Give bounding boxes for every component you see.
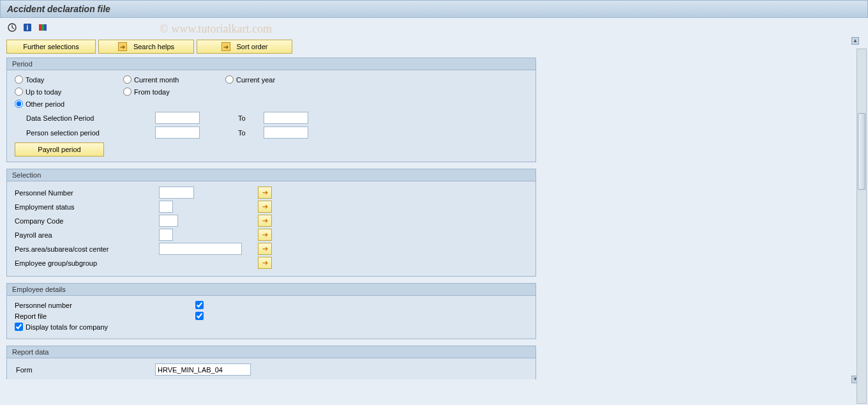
button-label: Payroll period — [38, 146, 80, 153]
radio-label: Current year — [236, 76, 275, 84]
radio-from-today[interactable]: From today — [123, 88, 225, 96]
group-legend: Selection — [7, 169, 535, 181]
app-toolbar: i — [0, 18, 868, 37]
employee-details-group: Employee details Personnel number Report… — [6, 283, 536, 339]
arrow-right-icon: ➔ — [221, 42, 230, 51]
radio-input[interactable] — [15, 75, 23, 84]
radio-up-to-today[interactable]: Up to today — [15, 88, 123, 96]
person-selection-from-input[interactable] — [155, 126, 200, 139]
pers-area-label: Pers.area/subarea/cost center — [15, 245, 159, 253]
data-selection-period-label: Data Selection Period — [15, 114, 155, 122]
scrollbar-thumb[interactable] — [858, 113, 865, 190]
radio-input[interactable] — [15, 88, 23, 96]
multi-select-button[interactable]: ➔ — [258, 215, 272, 227]
form-label: Form — [15, 366, 155, 374]
payroll-area-input[interactable] — [159, 229, 173, 241]
button-label: Search helps — [133, 43, 174, 50]
radio-input[interactable] — [123, 88, 131, 96]
personnel-number-checkbox[interactable] — [195, 301, 204, 309]
to-label: To — [200, 129, 264, 137]
company-code-label: Company Code — [15, 217, 159, 225]
group-legend: Employee details — [7, 284, 535, 296]
report-file-checkbox[interactable] — [195, 312, 204, 320]
radio-input[interactable] — [15, 100, 23, 108]
radio-current-year[interactable]: Current year — [225, 75, 327, 84]
payroll-period-button[interactable]: Payroll period — [15, 142, 104, 157]
selection-group: Selection Personnel Number ➔ Employment … — [6, 169, 536, 277]
report-file-check-label: Report file — [15, 312, 159, 320]
multi-select-button[interactable]: ➔ — [258, 187, 272, 199]
employment-status-label: Employment status — [15, 203, 159, 211]
personnel-number-check-label: Personnel number — [15, 302, 159, 309]
further-selections-button[interactable]: Further selections — [6, 40, 96, 54]
group-legend: Period — [7, 58, 535, 70]
person-selection-period-label: Person selection period — [15, 129, 155, 137]
selection-buttons-row: Further selections ➔ Search helps ➔ Sort… — [6, 40, 862, 54]
data-selection-to-input[interactable] — [264, 112, 308, 124]
multi-select-button[interactable]: ➔ — [258, 201, 272, 213]
data-selection-from-input[interactable] — [155, 112, 200, 124]
radio-label: Other period — [26, 100, 64, 108]
display-totals-checkbox[interactable] — [15, 323, 23, 331]
employee-group-label: Employee group/subgroup — [15, 259, 159, 267]
execute-icon[interactable] — [6, 22, 18, 33]
display-totals-label: Display totals for company — [26, 323, 108, 331]
personnel-number-input[interactable] — [159, 187, 194, 199]
search-helps-button[interactable]: ➔ Search helps — [98, 40, 194, 54]
radio-label: Up to today — [26, 88, 61, 96]
button-label: Sort order — [237, 43, 268, 50]
form-input[interactable] — [155, 363, 251, 376]
sort-order-button[interactable]: ➔ Sort order — [197, 40, 292, 54]
company-code-input[interactable] — [159, 215, 178, 227]
main-content: ▲ Further selections ➔ Search helps ➔ So… — [0, 37, 868, 382]
scroll-up-icon[interactable]: ▲ — [851, 37, 859, 45]
title-bar: Accident declaration file — [0, 0, 868, 18]
group-legend: Report data — [7, 346, 535, 358]
payroll-area-label: Payroll area — [15, 231, 159, 239]
pers-area-input[interactable] — [159, 243, 242, 255]
button-label: Further selections — [23, 43, 79, 50]
multi-select-button[interactable]: ➔ — [258, 229, 272, 241]
flag-icon[interactable] — [37, 22, 49, 33]
svg-rect-4 — [41, 24, 44, 31]
svg-rect-3 — [39, 24, 41, 31]
radio-label: Today — [26, 76, 44, 84]
radio-input[interactable] — [225, 75, 234, 84]
multi-select-button[interactable]: ➔ — [258, 257, 272, 269]
arrow-right-icon: ➔ — [118, 42, 127, 51]
radio-label: Current month — [134, 76, 179, 84]
radio-input[interactable] — [123, 75, 131, 84]
radio-label: From today — [134, 88, 170, 96]
period-group: Period Today Current month Current year — [6, 57, 536, 162]
report-data-group: Report data Form — [6, 346, 536, 379]
info-icon[interactable]: i — [22, 22, 33, 33]
radio-current-month[interactable]: Current month — [123, 75, 225, 84]
person-selection-to-input[interactable] — [264, 126, 308, 139]
svg-text:i: i — [27, 24, 29, 31]
vertical-scrollbar[interactable] — [857, 49, 867, 404]
employment-status-input[interactable] — [159, 201, 173, 213]
svg-rect-5 — [44, 24, 47, 31]
page-title: Accident declaration file — [7, 4, 110, 14]
personnel-number-label: Personnel Number — [15, 189, 159, 197]
radio-today[interactable]: Today — [15, 75, 123, 84]
multi-select-button[interactable]: ➔ — [258, 243, 272, 255]
radio-other-period[interactable]: Other period — [15, 100, 123, 108]
to-label: To — [200, 114, 264, 122]
